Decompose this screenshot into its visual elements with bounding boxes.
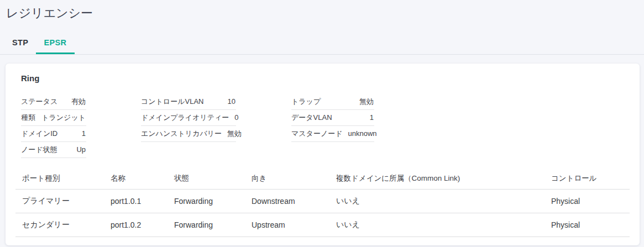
column-header-direction: 向き bbox=[245, 167, 329, 190]
column-header-control: コントロール bbox=[544, 167, 630, 190]
field-value: Up bbox=[76, 146, 86, 154]
field-master-node: マスターノード unknown bbox=[291, 126, 374, 142]
table-row: セカンダリー port1.0.2 Forwarding Upstream いいえ… bbox=[15, 213, 630, 237]
cell-control: Physical bbox=[544, 213, 630, 237]
ring-fields-column-3: トラップ 無効 データVLAN 1 マスターノード unknown bbox=[291, 94, 374, 142]
field-type: 種類 トランジット bbox=[21, 110, 86, 126]
tab-stp[interactable]: STP bbox=[4, 31, 36, 54]
field-label: 種類 bbox=[21, 114, 35, 122]
field-value: 0 bbox=[234, 114, 238, 122]
field-enhanced-recovery: エンハンストリカバリー 無効 bbox=[141, 126, 236, 142]
cell-direction: Downstream bbox=[245, 190, 329, 213]
field-value: 10 bbox=[228, 98, 235, 106]
field-label: ドメインプライオリティー bbox=[141, 114, 229, 122]
field-domain-priority: ドメインプライオリティー 0 bbox=[141, 110, 236, 126]
field-value: unknown bbox=[348, 130, 377, 138]
field-label: ノード状態 bbox=[21, 146, 57, 154]
column-header-name: 名称 bbox=[104, 167, 167, 190]
field-control-vlan: コントロールVLAN 10 bbox=[141, 94, 236, 110]
ring-fields-column-1: ステータス 有効 種類 トランジット ドメインID 1 ノード状態 Up bbox=[21, 94, 86, 158]
field-value: トランジット bbox=[41, 114, 86, 122]
page-title: レジリエンシー bbox=[0, 0, 644, 22]
field-label: ドメインID bbox=[21, 130, 57, 138]
table-header-row: ポート種別 名称 状態 向き 複数ドメインに所属（Common Link) コン… bbox=[15, 167, 630, 190]
field-value: 有効 bbox=[71, 98, 86, 106]
cell-state: Forwarding bbox=[167, 190, 245, 213]
column-header-common-link: 複数ドメインに所属（Common Link) bbox=[329, 167, 544, 190]
column-header-port-type: ポート種別 bbox=[15, 167, 104, 190]
ring-fields-column-2: コントロールVLAN 10 ドメインプライオリティー 0 エンハンストリカバリー… bbox=[141, 94, 236, 142]
field-value: 無効 bbox=[359, 98, 374, 106]
tab-bar: STP EPSR bbox=[0, 31, 644, 55]
field-label: トラップ bbox=[291, 98, 321, 106]
cell-name: port1.0.1 bbox=[104, 190, 167, 213]
cell-port-type: プライマリー bbox=[15, 190, 104, 213]
field-value: 1 bbox=[370, 114, 374, 122]
field-value: 無効 bbox=[227, 130, 242, 138]
field-status: ステータス 有効 bbox=[21, 94, 86, 110]
table-row: プライマリー port1.0.1 Forwarding Downstream い… bbox=[15, 190, 630, 213]
cell-state: Forwarding bbox=[167, 213, 245, 237]
field-value: 1 bbox=[82, 130, 86, 138]
column-header-state: 状態 bbox=[167, 167, 245, 190]
field-node-state: ノード状態 Up bbox=[21, 142, 86, 158]
cell-common-link: いいえ bbox=[329, 190, 544, 213]
cell-control: Physical bbox=[544, 190, 630, 213]
tab-epsr[interactable]: EPSR bbox=[36, 31, 74, 54]
field-trap: トラップ 無効 bbox=[291, 94, 374, 110]
cell-common-link: いいえ bbox=[329, 213, 544, 237]
epsr-ring-card: Ring ステータス 有効 種類 トランジット ドメインID 1 ノード状態 U… bbox=[6, 64, 640, 245]
field-data-vlan: データVLAN 1 bbox=[291, 110, 374, 126]
field-label: コントロールVLAN bbox=[141, 98, 203, 106]
field-label: エンハンストリカバリー bbox=[141, 130, 222, 138]
field-label: ステータス bbox=[21, 98, 57, 106]
cell-port-type: セカンダリー bbox=[15, 213, 104, 237]
cell-direction: Upstream bbox=[245, 213, 329, 237]
field-domain-id: ドメインID 1 bbox=[21, 126, 86, 142]
field-label: マスターノード bbox=[291, 130, 343, 138]
field-label: データVLAN bbox=[291, 114, 332, 122]
ports-table: ポート種別 名称 状態 向き 複数ドメインに所属（Common Link) コン… bbox=[15, 167, 630, 237]
cell-name: port1.0.2 bbox=[104, 213, 167, 237]
ring-fields: ステータス 有効 種類 トランジット ドメインID 1 ノード状態 Up コント… bbox=[21, 94, 630, 158]
ring-section-title: Ring bbox=[21, 73, 630, 83]
